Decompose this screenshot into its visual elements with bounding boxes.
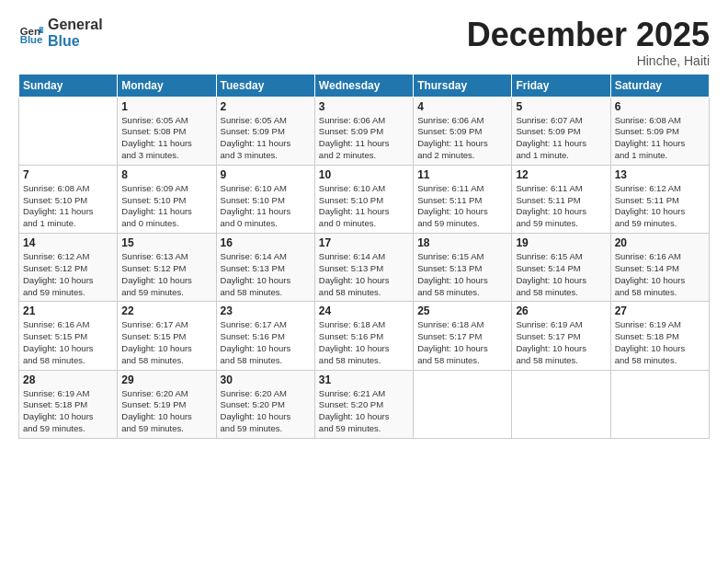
- calendar-cell: 31Sunrise: 6:21 AMSunset: 5:20 PMDayligh…: [314, 370, 413, 438]
- day-info: Sunrise: 6:10 AMSunset: 5:10 PMDaylight:…: [221, 183, 311, 230]
- calendar-cell: 6Sunrise: 6:08 AMSunset: 5:09 PMDaylight…: [610, 97, 709, 165]
- svg-text:Blue: Blue: [20, 34, 43, 45]
- day-number: 30: [221, 373, 311, 386]
- day-number: 16: [221, 236, 311, 249]
- day-info: Sunrise: 6:14 AMSunset: 5:13 PMDaylight:…: [221, 251, 311, 298]
- day-number: 12: [516, 168, 606, 181]
- day-info: Sunrise: 6:06 AMSunset: 5:09 PMDaylight:…: [417, 115, 507, 162]
- day-info: Sunrise: 6:16 AMSunset: 5:14 PMDaylight:…: [615, 251, 705, 298]
- calendar-cell: [512, 370, 610, 438]
- logo-general: General: [48, 17, 103, 33]
- calendar-cell: 8Sunrise: 6:09 AMSunset: 5:10 PMDaylight…: [118, 165, 216, 233]
- calendar-cell: 22Sunrise: 6:17 AMSunset: 5:15 PMDayligh…: [118, 302, 216, 370]
- day-info: Sunrise: 6:05 AMSunset: 5:08 PMDaylight:…: [121, 115, 211, 162]
- day-number: 19: [516, 236, 606, 249]
- day-info: Sunrise: 6:06 AMSunset: 5:09 PMDaylight:…: [319, 115, 409, 162]
- day-number: 25: [417, 304, 507, 317]
- subtitle: Hinche, Haiti: [467, 53, 710, 68]
- day-number: 10: [319, 168, 409, 181]
- day-info: Sunrise: 6:16 AMSunset: 5:15 PMDaylight:…: [23, 319, 113, 366]
- calendar-cell: 9Sunrise: 6:10 AMSunset: 5:10 PMDaylight…: [216, 165, 314, 233]
- header: Gen Blue General Blue December 2025 Hinc…: [18, 17, 710, 68]
- day-number: 3: [319, 100, 409, 113]
- calendar-week-5: 28Sunrise: 6:19 AMSunset: 5:18 PMDayligh…: [19, 370, 710, 438]
- calendar-cell: [19, 97, 118, 165]
- day-number: 5: [516, 100, 606, 113]
- col-header-wednesday: Wednesday: [314, 74, 413, 97]
- day-number: 20: [615, 236, 705, 249]
- day-info: Sunrise: 6:19 AMSunset: 5:18 PMDaylight:…: [23, 388, 113, 435]
- day-info: Sunrise: 6:05 AMSunset: 5:09 PMDaylight:…: [221, 115, 311, 162]
- title-block: December 2025 Hinche, Haiti: [467, 17, 710, 68]
- calendar-cell: 30Sunrise: 6:20 AMSunset: 5:20 PMDayligh…: [216, 370, 314, 438]
- calendar-week-2: 7Sunrise: 6:08 AMSunset: 5:10 PMDaylight…: [19, 165, 710, 233]
- logo-blue: Blue: [48, 33, 103, 50]
- day-number: 11: [417, 168, 507, 181]
- day-number: 24: [319, 304, 409, 317]
- day-info: Sunrise: 6:11 AMSunset: 5:11 PMDaylight:…: [417, 183, 507, 230]
- day-info: Sunrise: 6:19 AMSunset: 5:18 PMDaylight:…: [615, 319, 705, 366]
- calendar-cell: 21Sunrise: 6:16 AMSunset: 5:15 PMDayligh…: [19, 302, 118, 370]
- day-number: 1: [121, 100, 211, 113]
- day-number: 31: [319, 373, 409, 386]
- logo: Gen Blue General Blue: [18, 17, 103, 49]
- day-info: Sunrise: 6:19 AMSunset: 5:17 PMDaylight:…: [516, 319, 606, 366]
- day-info: Sunrise: 6:18 AMSunset: 5:16 PMDaylight:…: [319, 319, 409, 366]
- day-number: 17: [319, 236, 409, 249]
- day-info: Sunrise: 6:08 AMSunset: 5:10 PMDaylight:…: [23, 183, 113, 230]
- col-header-saturday: Saturday: [610, 74, 709, 97]
- day-info: Sunrise: 6:18 AMSunset: 5:17 PMDaylight:…: [417, 319, 507, 366]
- day-info: Sunrise: 6:09 AMSunset: 5:10 PMDaylight:…: [121, 183, 211, 230]
- calendar-cell: 15Sunrise: 6:13 AMSunset: 5:12 PMDayligh…: [118, 234, 216, 302]
- calendar-cell: 25Sunrise: 6:18 AMSunset: 5:17 PMDayligh…: [414, 302, 512, 370]
- calendar-cell: 29Sunrise: 6:20 AMSunset: 5:19 PMDayligh…: [118, 370, 216, 438]
- calendar-cell: 14Sunrise: 6:12 AMSunset: 5:12 PMDayligh…: [19, 234, 118, 302]
- day-number: 4: [417, 100, 507, 113]
- calendar-cell: 17Sunrise: 6:14 AMSunset: 5:13 PMDayligh…: [314, 234, 413, 302]
- day-number: 29: [121, 373, 211, 386]
- logo-text: General Blue: [48, 17, 103, 49]
- day-number: 13: [615, 168, 705, 181]
- day-info: Sunrise: 6:20 AMSunset: 5:20 PMDaylight:…: [221, 388, 311, 435]
- day-number: 7: [23, 168, 113, 181]
- day-info: Sunrise: 6:13 AMSunset: 5:12 PMDaylight:…: [121, 251, 211, 298]
- day-info: Sunrise: 6:11 AMSunset: 5:11 PMDaylight:…: [516, 183, 606, 230]
- day-number: 2: [221, 100, 311, 113]
- day-info: Sunrise: 6:12 AMSunset: 5:12 PMDaylight:…: [23, 251, 113, 298]
- day-number: 8: [121, 168, 211, 181]
- col-header-tuesday: Tuesday: [216, 74, 314, 97]
- col-header-monday: Monday: [118, 74, 216, 97]
- calendar-table: SundayMondayTuesdayWednesdayThursdayFrid…: [18, 74, 710, 439]
- day-info: Sunrise: 6:10 AMSunset: 5:10 PMDaylight:…: [319, 183, 409, 230]
- calendar-cell: 7Sunrise: 6:08 AMSunset: 5:10 PMDaylight…: [19, 165, 118, 233]
- calendar-cell: 5Sunrise: 6:07 AMSunset: 5:09 PMDaylight…: [512, 97, 610, 165]
- calendar-header-row: SundayMondayTuesdayWednesdayThursdayFrid…: [19, 74, 710, 97]
- day-info: Sunrise: 6:20 AMSunset: 5:19 PMDaylight:…: [121, 388, 211, 435]
- calendar-cell: 18Sunrise: 6:15 AMSunset: 5:13 PMDayligh…: [414, 234, 512, 302]
- day-number: 6: [615, 100, 705, 113]
- day-info: Sunrise: 6:08 AMSunset: 5:09 PMDaylight:…: [615, 115, 705, 162]
- calendar-cell: 16Sunrise: 6:14 AMSunset: 5:13 PMDayligh…: [216, 234, 314, 302]
- day-number: 26: [516, 304, 606, 317]
- calendar-cell: [610, 370, 709, 438]
- calendar-week-1: 1Sunrise: 6:05 AMSunset: 5:08 PMDaylight…: [19, 97, 710, 165]
- calendar-cell: 1Sunrise: 6:05 AMSunset: 5:08 PMDaylight…: [118, 97, 216, 165]
- col-header-sunday: Sunday: [19, 74, 118, 97]
- day-number: 27: [615, 304, 705, 317]
- calendar-cell: 28Sunrise: 6:19 AMSunset: 5:18 PMDayligh…: [19, 370, 118, 438]
- col-header-thursday: Thursday: [414, 74, 512, 97]
- day-info: Sunrise: 6:17 AMSunset: 5:16 PMDaylight:…: [221, 319, 311, 366]
- col-header-friday: Friday: [512, 74, 610, 97]
- calendar-cell: 24Sunrise: 6:18 AMSunset: 5:16 PMDayligh…: [314, 302, 413, 370]
- calendar-cell: 20Sunrise: 6:16 AMSunset: 5:14 PMDayligh…: [610, 234, 709, 302]
- day-number: 9: [221, 168, 311, 181]
- calendar-cell: 3Sunrise: 6:06 AMSunset: 5:09 PMDaylight…: [314, 97, 413, 165]
- day-info: Sunrise: 6:07 AMSunset: 5:09 PMDaylight:…: [516, 115, 606, 162]
- day-info: Sunrise: 6:14 AMSunset: 5:13 PMDaylight:…: [319, 251, 409, 298]
- day-number: 28: [23, 373, 113, 386]
- day-number: 18: [417, 236, 507, 249]
- day-number: 21: [23, 304, 113, 317]
- calendar-week-4: 21Sunrise: 6:16 AMSunset: 5:15 PMDayligh…: [19, 302, 710, 370]
- day-info: Sunrise: 6:15 AMSunset: 5:14 PMDaylight:…: [516, 251, 606, 298]
- day-number: 23: [221, 304, 311, 317]
